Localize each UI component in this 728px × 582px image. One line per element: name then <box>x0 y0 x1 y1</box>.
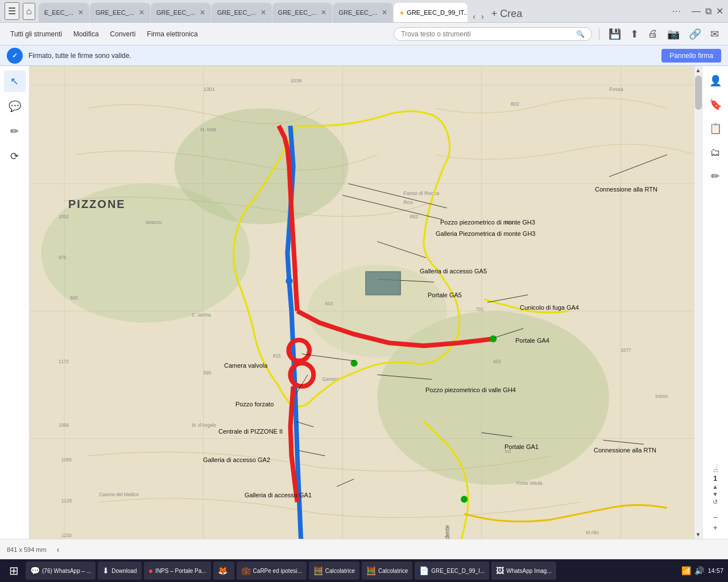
upload-button[interactable]: ⬆ <box>628 26 641 43</box>
svg-point-48 <box>288 340 309 361</box>
svg-text:975: 975 <box>59 255 67 260</box>
start-button[interactable]: ⊞ <box>5 562 23 580</box>
tab-add-button[interactable]: + Crea <box>487 6 527 22</box>
tab-1-close[interactable]: ✕ <box>78 9 84 16</box>
carpe-label: CaRPe ed ipotesi... <box>253 568 302 574</box>
camera-valvola-label: Camera valvola <box>224 361 267 369</box>
status-arrow-button[interactable]: ‹ <box>53 544 63 555</box>
profile-button[interactable]: 👤 <box>705 70 726 91</box>
cursor-tool-button[interactable]: ↖ <box>4 70 26 92</box>
centrale-pizzone-label: Centrale di PIZZONE II <box>218 427 283 435</box>
svg-text:Fasso di Rocca: Fasso di Rocca <box>403 190 440 196</box>
scrollbar-thumb[interactable] <box>695 76 702 110</box>
browser-more-button[interactable]: ··· <box>670 4 684 19</box>
scroll-up-button[interactable]: ▲ <box>694 66 702 74</box>
svg-text:695: 695 <box>204 371 212 376</box>
page-down-button[interactable]: ▼ <box>713 491 718 497</box>
tab-4[interactable]: GRE_EEC_... ✕ <box>212 3 272 22</box>
pen-tool-button[interactable]: ✏ <box>4 120 26 142</box>
svg-text:Gamero: Gamero <box>322 377 340 382</box>
tab-3-close[interactable]: ✕ <box>200 9 205 16</box>
taskbar-gre-doc[interactable]: 📄 GRE_EEC_D_99_I... <box>415 562 489 580</box>
print-button[interactable]: 🖨 <box>646 26 660 42</box>
svg-line-65 <box>337 479 354 487</box>
edit-panel-button[interactable]: ✏ <box>705 166 726 186</box>
page-reset-button[interactable]: ↺ <box>713 498 718 506</box>
svg-point-47 <box>286 277 292 284</box>
tab-3[interactable]: GRE_EEC_... ✕ <box>151 3 211 22</box>
page-up-button[interactable]: ▲ <box>713 484 718 490</box>
tools-menu-button[interactable]: Tutti gli strumenti <box>7 28 65 40</box>
taskbar-download[interactable]: ⬇ Download <box>98 562 141 580</box>
tab-6[interactable]: GRE_EEC_... ✕ <box>333 3 393 22</box>
edit-menu-button[interactable]: Modifica <box>70 28 102 40</box>
comment-tool-button[interactable]: 💬 <box>4 95 26 117</box>
signature-panel-button[interactable]: Pannello firma <box>661 49 721 63</box>
vertical-scrollbar[interactable]: ▲ ▼ <box>694 66 702 539</box>
taskbar-carpe[interactable]: 💼 CaRPe ed ipotesi... <box>237 562 307 580</box>
svg-point-3 <box>377 311 609 485</box>
svg-line-64 <box>299 451 325 456</box>
network-icon[interactable]: 📶 <box>681 566 691 575</box>
galleria-piezometrica-label: Galleria Piezometrica di monte GH3 <box>436 230 535 238</box>
sig-check-icon: ✓ <box>12 52 18 60</box>
maximize-button[interactable]: ⧉ <box>705 6 712 16</box>
galleria-accesso-ga5-label: Galleria di accesso GA5 <box>420 267 487 275</box>
tab-5[interactable]: GRE_EEC_... ✕ <box>272 3 333 22</box>
taskbar-whatsapp[interactable]: 💬 (76) WhatsApp – ... <box>26 562 96 580</box>
tab-2-close[interactable]: ✕ <box>139 9 144 16</box>
portale-ga5-label: Portale GA5 <box>428 291 462 299</box>
browser-menu-button[interactable]: ☰ <box>5 2 19 20</box>
save-button[interactable]: 💾 <box>606 26 623 43</box>
clipboard-button[interactable]: 📋 <box>705 118 726 139</box>
bookmark-button[interactable]: 🔖 <box>705 94 726 115</box>
tab-6-close[interactable]: ✕ <box>382 9 387 16</box>
tab-7-active[interactable]: ★ GRE_EEC_D_99_IT... ✕ <box>394 3 468 22</box>
page-bracket-label: [1... <box>713 464 718 472</box>
svg-point-4 <box>308 265 447 357</box>
browser-home-button[interactable]: ⌂ <box>23 3 35 20</box>
tab-2[interactable]: GRE_EEC_... ✕ <box>90 3 150 22</box>
taskbar-whatsapp-img[interactable]: 🖼 WhatsApp Imag... <box>491 562 556 580</box>
svg-text:1230: 1230 <box>61 533 72 538</box>
scroll-down-button[interactable]: ▼ <box>694 530 702 539</box>
link-tool-button[interactable]: ⟳ <box>4 146 26 167</box>
svg-line-58 <box>487 295 528 302</box>
tab-nav-prev[interactable]: ‹ <box>470 11 478 22</box>
taskbar-firefox[interactable]: 🦊 <box>213 562 234 580</box>
convert-menu-button[interactable]: Converti <box>107 28 139 40</box>
minimize-button[interactable]: — <box>692 6 701 16</box>
svg-point-52 <box>461 496 468 502</box>
taskbar-calc1[interactable]: 🧮 Calcolatrice <box>309 562 359 580</box>
connessione-rtn-bottom-label: Connessione alla RTN <box>594 446 656 454</box>
zoom-in-button[interactable]: + <box>713 523 717 532</box>
svg-text:810: 810 <box>325 301 333 306</box>
volume-icon[interactable]: 🔊 <box>694 566 704 575</box>
layers-button[interactable]: 🗂 <box>705 142 726 163</box>
email-button[interactable]: ✉ <box>708 26 721 43</box>
zoom-out-button[interactable]: − <box>713 513 717 522</box>
sign-menu-button[interactable]: Firma elettronica <box>143 28 201 40</box>
tab-5-close[interactable]: ✕ <box>321 9 326 16</box>
link-button[interactable]: 🔗 <box>686 26 704 43</box>
search-input[interactable] <box>401 30 573 38</box>
svg-text:1066: 1066 <box>59 423 69 428</box>
whatsapp-img-label: WhatsApp Imag... <box>506 568 551 574</box>
tab-nav-next[interactable]: › <box>479 11 486 22</box>
progetto-precedente-label: Progetto precedente <box>444 525 451 539</box>
left-toolbar: ↖ 💬 ✏ ⟳ <box>0 66 30 539</box>
taskbar-inps[interactable]: ● INPS – Portale Pa... <box>144 562 211 580</box>
search-box[interactable]: 🔍 <box>394 27 592 41</box>
tab-1[interactable]: E_EEC_... ✕ <box>39 3 89 22</box>
status-bar: 841 x 594 mm ‹ <box>0 539 728 559</box>
clock-time: 14:57 <box>708 567 723 574</box>
screenshot-button[interactable]: 📷 <box>665 26 682 43</box>
taskbar-calc2[interactable]: 🧮 Calcolatrice <box>362 562 412 580</box>
tab-4-close[interactable]: ✕ <box>260 9 266 16</box>
main-viewer-area: ↖ 💬 ✏ ⟳ <box>0 66 728 539</box>
svg-text:Casone del Medico: Casone del Medico <box>99 492 139 497</box>
whatsapp-img-icon: 🖼 <box>496 566 504 575</box>
page-number-panel: [1... 1 ▲ ▼ ↺ − + <box>713 460 718 534</box>
pizzone-label: PIZZONE <box>68 198 126 211</box>
close-button[interactable]: ✕ <box>716 6 723 16</box>
